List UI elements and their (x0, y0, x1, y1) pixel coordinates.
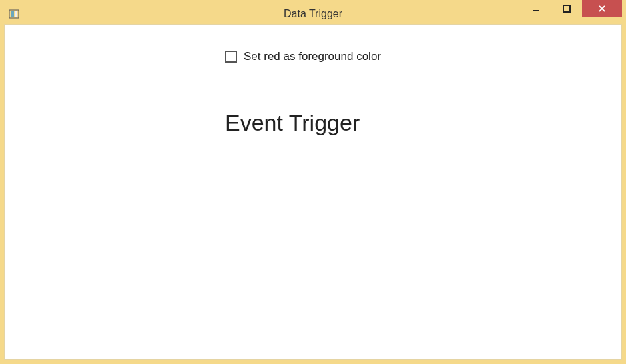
window-chrome: Data Trigger S (0, 0, 626, 364)
minimize-icon (532, 5, 540, 13)
minimize-button[interactable] (521, 0, 551, 17)
app-icon (8, 8, 20, 20)
content-panel: Set red as foreground color Event Trigge… (225, 50, 621, 136)
svg-rect-2 (15, 11, 17, 17)
checkbox-label[interactable]: Set red as foreground color (244, 50, 381, 63)
svg-rect-4 (563, 5, 570, 12)
close-button[interactable] (582, 0, 622, 17)
titlebar[interactable]: Data Trigger (4, 4, 622, 24)
maximize-button[interactable] (551, 0, 582, 17)
client-area: Set red as foreground color Event Trigge… (4, 24, 622, 360)
window-title: Data Trigger (284, 8, 342, 20)
window-controls (521, 0, 622, 19)
heading-text: Event Trigger (225, 110, 621, 136)
checkbox-box[interactable] (225, 51, 237, 63)
foreground-color-checkbox[interactable]: Set red as foreground color (225, 50, 621, 63)
svg-rect-1 (11, 11, 14, 17)
maximize-icon (563, 5, 571, 13)
close-icon (598, 5, 606, 13)
